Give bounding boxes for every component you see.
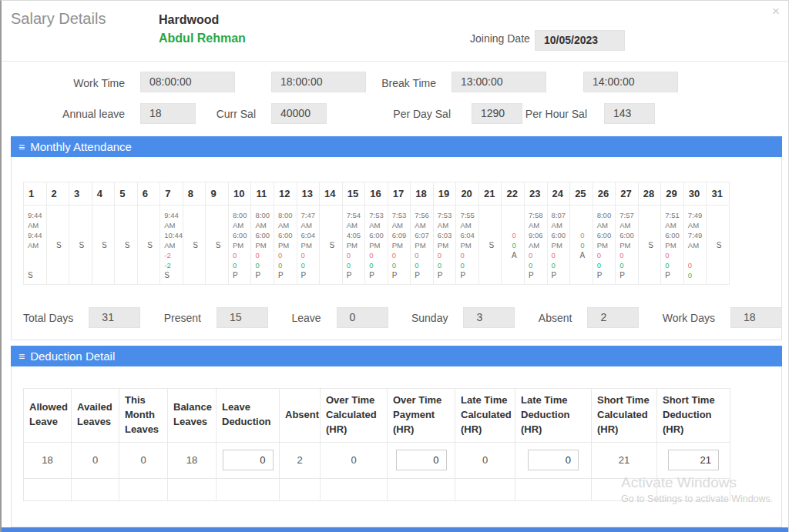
summary-work-days: Work Days18 bbox=[663, 307, 782, 328]
check-times: 9:44AM10:44AM bbox=[164, 210, 181, 250]
attendance-cell-day-19: 7:53AM6:03PM00P bbox=[433, 206, 456, 285]
attendance-cell-day-21: S bbox=[478, 206, 502, 285]
curr-sal-field: 40000 bbox=[271, 103, 327, 124]
check-times: 8:00AM6:00PM bbox=[255, 210, 272, 250]
day-23-header: 23 bbox=[525, 182, 548, 206]
column-late-time-calculated-hr: Late Time Calculated (HR) bbox=[455, 389, 515, 443]
day-status: S bbox=[193, 240, 198, 250]
day-status: P bbox=[529, 270, 546, 280]
curr-sal-label: Curr Sal bbox=[179, 108, 256, 120]
late-time-deduction-hr-cell bbox=[515, 442, 592, 478]
attendance-cell-day-12: 8:00AM6:00PM00P bbox=[274, 206, 297, 285]
availed-leaves-cell: 0 bbox=[72, 442, 119, 478]
empty-cell bbox=[321, 478, 388, 500]
late-hours-value: -2 bbox=[164, 250, 181, 260]
day-status: P bbox=[460, 270, 477, 280]
day-status: P bbox=[552, 270, 569, 280]
day-2-header: 2 bbox=[46, 182, 69, 206]
close-icon[interactable]: × bbox=[772, 4, 780, 19]
hour-deltas: 00 bbox=[415, 250, 431, 270]
overtime-hours-value: 0 bbox=[415, 260, 431, 270]
check-times: 7:53AM6:09PM bbox=[392, 210, 409, 250]
hour-deltas: 00 bbox=[552, 250, 569, 270]
day-status: P bbox=[597, 270, 614, 280]
overtime-hours-value: 0 bbox=[369, 260, 386, 270]
hour-deltas: 00 bbox=[347, 250, 364, 270]
summary-present: Present15 bbox=[164, 307, 268, 328]
summary-leave: Leave0 bbox=[291, 307, 388, 328]
attendance-cell-day-1: 9:44AM9:44AMS bbox=[24, 206, 47, 285]
late-time-deduction-hr-input[interactable] bbox=[528, 450, 579, 470]
late-hours-value: 0 bbox=[369, 250, 386, 260]
late-hours-value: 0 bbox=[347, 250, 364, 260]
day-status: S bbox=[489, 240, 494, 250]
summary-field-absent: 2 bbox=[587, 307, 639, 328]
over-time-payment-hr-cell bbox=[388, 442, 455, 478]
leave-deduction-cell bbox=[217, 442, 280, 478]
day-17-header: 17 bbox=[388, 182, 411, 206]
break-time-start-field: 13:00:00 bbox=[452, 72, 546, 92]
hour-deltas: 00 bbox=[369, 250, 386, 270]
summary-total-days: Total Days31 bbox=[23, 307, 140, 328]
column-this-month-leaves: This Month Leaves bbox=[119, 389, 168, 443]
day-5-header: 5 bbox=[115, 182, 138, 206]
check-times: 8:00AM6:00PM bbox=[278, 210, 295, 250]
overtime-hours-value: 0 bbox=[597, 260, 614, 270]
late-hours-value: 0 bbox=[597, 250, 614, 260]
short-time-calculated-hr-cell: 21 bbox=[592, 442, 657, 478]
column-over-time-calculated-hr: Over Time Calculated (HR) bbox=[321, 389, 388, 443]
day-1-header: 1 bbox=[24, 182, 47, 206]
day-11-header: 11 bbox=[251, 182, 274, 206]
deduction-detail-title: Deduction Detail bbox=[30, 350, 115, 363]
attendance-cell-day-8: S bbox=[183, 206, 206, 285]
day-19-header: 19 bbox=[433, 182, 456, 206]
day-status: P bbox=[347, 270, 364, 280]
day-10-header: 10 bbox=[228, 182, 251, 206]
hour-deltas: 00 bbox=[233, 250, 250, 270]
check-times: 8:00AM6:00PM bbox=[233, 210, 250, 250]
deduction-data-row: 18001820021 bbox=[24, 442, 730, 478]
short-time-deduction-hr-input[interactable] bbox=[668, 450, 719, 470]
attendance-table: 1234567891011121314151617181920212223242… bbox=[23, 182, 730, 285]
short-time-deduction-hr-cell bbox=[657, 442, 730, 478]
day-8-header: 8 bbox=[183, 182, 206, 206]
salary-details-modal: × Salary Details Hardwood Abdul Rehman J… bbox=[0, 0, 789, 532]
day-status: P bbox=[233, 270, 250, 280]
check-times: 7:49AM7:49AM bbox=[688, 210, 705, 250]
day-9-header: 9 bbox=[206, 182, 229, 206]
summary-label-total-days: Total Days bbox=[23, 312, 73, 324]
overtime-hours-value: 0 bbox=[347, 260, 364, 270]
summary-field-leave: 0 bbox=[337, 307, 388, 328]
summary-absent: Absent2 bbox=[539, 307, 640, 328]
day-27-header: 27 bbox=[616, 182, 639, 206]
over-time-payment-hr-input[interactable] bbox=[396, 450, 447, 470]
check-times: 7:55AM6:04PM bbox=[460, 210, 477, 250]
break-time-end-field: 14:00:00 bbox=[583, 72, 678, 92]
this-month-leaves-cell: 0 bbox=[119, 442, 168, 478]
day-status: S bbox=[648, 240, 653, 250]
attendance-cell-day-31: S bbox=[707, 206, 730, 285]
attendance-cell-day-15: 7:54AM4:05PM00P bbox=[342, 206, 365, 285]
attendance-cell-day-17: 7:53AM6:09PM00P bbox=[388, 206, 411, 285]
attendance-cell-day-26: 8:00AM6:00PM00P bbox=[593, 206, 616, 285]
late-time-calculated-hr-cell: 0 bbox=[455, 442, 515, 478]
overtime-hours-value: 0 bbox=[512, 240, 516, 250]
monthly-attendance-title: Monthly Attendance bbox=[30, 140, 132, 153]
per-hour-sal-label: Per Hour Sal bbox=[510, 108, 587, 120]
attendance-cell-day-10: 8:00AM6:00PM00P bbox=[228, 206, 251, 285]
day-status: S bbox=[216, 240, 221, 250]
check-times: 8:00AM6:00PM bbox=[597, 210, 614, 250]
attendance-cell-day-5: S bbox=[115, 206, 138, 285]
break-time-label: Break Time bbox=[356, 77, 436, 89]
attendance-cell-day-28: S bbox=[638, 206, 661, 285]
day-24-header: 24 bbox=[547, 182, 570, 206]
work-time-start-field: 08:00:00 bbox=[140, 72, 235, 92]
day-21-header: 21 bbox=[478, 182, 502, 206]
attendance-body-row: 9:44AM9:44AMSSSSSS9:44AM10:44AM-2-2SSS8:… bbox=[24, 206, 730, 285]
attendance-cell-day-20: 7:55AM6:04PM00P bbox=[456, 206, 479, 285]
hour-deltas: 00 bbox=[688, 260, 705, 280]
leave-deduction-input[interactable] bbox=[223, 450, 274, 470]
day-status: S bbox=[28, 270, 45, 280]
per-day-sal-label: Per Day Sal bbox=[356, 108, 451, 120]
company-name: Hardwood bbox=[159, 13, 219, 27]
